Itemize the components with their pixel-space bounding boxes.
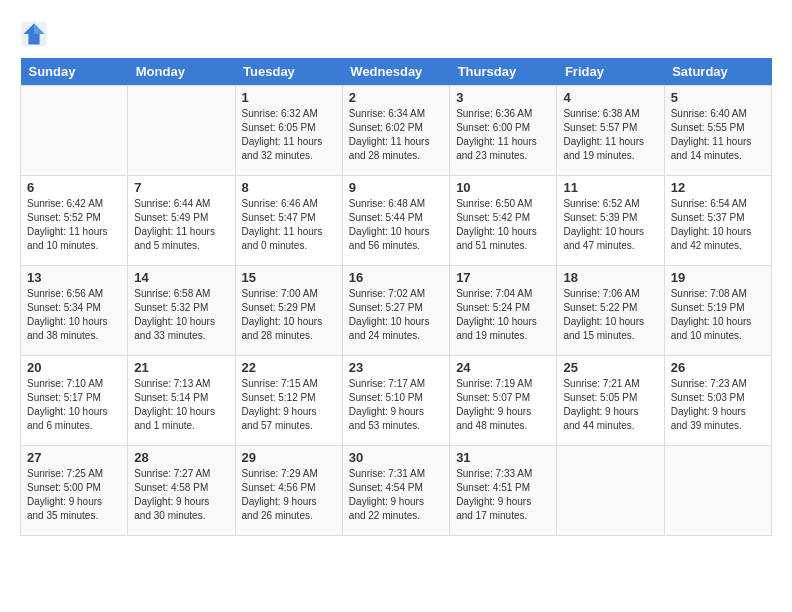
calendar-cell: 29 Sunrise: 7:29 AMSunset: 4:56 PMDaylig… — [235, 446, 342, 536]
day-number: 1 — [242, 90, 336, 105]
calendar-cell: 14 Sunrise: 6:58 AMSunset: 5:32 PMDaylig… — [128, 266, 235, 356]
calendar-header: SundayMondayTuesdayWednesdayThursdayFrid… — [21, 58, 772, 86]
day-info: Sunrise: 7:25 AMSunset: 5:00 PMDaylight:… — [27, 467, 121, 523]
calendar-table: SundayMondayTuesdayWednesdayThursdayFrid… — [20, 58, 772, 536]
day-number: 27 — [27, 450, 121, 465]
calendar-cell: 13 Sunrise: 6:56 AMSunset: 5:34 PMDaylig… — [21, 266, 128, 356]
day-number: 14 — [134, 270, 228, 285]
calendar-cell: 18 Sunrise: 7:06 AMSunset: 5:22 PMDaylig… — [557, 266, 664, 356]
weekday-header: Monday — [128, 58, 235, 86]
day-number: 19 — [671, 270, 765, 285]
calendar-cell: 16 Sunrise: 7:02 AMSunset: 5:27 PMDaylig… — [342, 266, 449, 356]
calendar-cell: 5 Sunrise: 6:40 AMSunset: 5:55 PMDayligh… — [664, 86, 771, 176]
calendar-cell — [128, 86, 235, 176]
day-number: 2 — [349, 90, 443, 105]
day-number: 17 — [456, 270, 550, 285]
calendar-week-row: 13 Sunrise: 6:56 AMSunset: 5:34 PMDaylig… — [21, 266, 772, 356]
day-number: 23 — [349, 360, 443, 375]
day-number: 6 — [27, 180, 121, 195]
day-number: 9 — [349, 180, 443, 195]
calendar-week-row: 6 Sunrise: 6:42 AMSunset: 5:52 PMDayligh… — [21, 176, 772, 266]
day-info: Sunrise: 7:33 AMSunset: 4:51 PMDaylight:… — [456, 467, 550, 523]
day-info: Sunrise: 7:08 AMSunset: 5:19 PMDaylight:… — [671, 287, 765, 343]
day-info: Sunrise: 7:02 AMSunset: 5:27 PMDaylight:… — [349, 287, 443, 343]
calendar-cell: 19 Sunrise: 7:08 AMSunset: 5:19 PMDaylig… — [664, 266, 771, 356]
day-info: Sunrise: 7:13 AMSunset: 5:14 PMDaylight:… — [134, 377, 228, 433]
calendar-cell: 3 Sunrise: 6:36 AMSunset: 6:00 PMDayligh… — [450, 86, 557, 176]
calendar-cell: 26 Sunrise: 7:23 AMSunset: 5:03 PMDaylig… — [664, 356, 771, 446]
calendar-cell: 25 Sunrise: 7:21 AMSunset: 5:05 PMDaylig… — [557, 356, 664, 446]
day-number: 30 — [349, 450, 443, 465]
day-number: 12 — [671, 180, 765, 195]
day-number: 26 — [671, 360, 765, 375]
day-number: 5 — [671, 90, 765, 105]
day-info: Sunrise: 7:10 AMSunset: 5:17 PMDaylight:… — [27, 377, 121, 433]
day-info: Sunrise: 6:42 AMSunset: 5:52 PMDaylight:… — [27, 197, 121, 253]
calendar-cell: 2 Sunrise: 6:34 AMSunset: 6:02 PMDayligh… — [342, 86, 449, 176]
day-number: 8 — [242, 180, 336, 195]
calendar-week-row: 1 Sunrise: 6:32 AMSunset: 6:05 PMDayligh… — [21, 86, 772, 176]
calendar-cell: 10 Sunrise: 6:50 AMSunset: 5:42 PMDaylig… — [450, 176, 557, 266]
day-number: 4 — [563, 90, 657, 105]
weekday-header: Friday — [557, 58, 664, 86]
day-info: Sunrise: 6:44 AMSunset: 5:49 PMDaylight:… — [134, 197, 228, 253]
calendar-week-row: 27 Sunrise: 7:25 AMSunset: 5:00 PMDaylig… — [21, 446, 772, 536]
day-info: Sunrise: 7:29 AMSunset: 4:56 PMDaylight:… — [242, 467, 336, 523]
weekday-header: Tuesday — [235, 58, 342, 86]
day-info: Sunrise: 6:32 AMSunset: 6:05 PMDaylight:… — [242, 107, 336, 163]
day-info: Sunrise: 6:38 AMSunset: 5:57 PMDaylight:… — [563, 107, 657, 163]
logo — [20, 20, 52, 48]
day-number: 31 — [456, 450, 550, 465]
day-info: Sunrise: 6:48 AMSunset: 5:44 PMDaylight:… — [349, 197, 443, 253]
day-info: Sunrise: 7:27 AMSunset: 4:58 PMDaylight:… — [134, 467, 228, 523]
calendar-cell — [21, 86, 128, 176]
calendar-cell: 15 Sunrise: 7:00 AMSunset: 5:29 PMDaylig… — [235, 266, 342, 356]
day-info: Sunrise: 7:00 AMSunset: 5:29 PMDaylight:… — [242, 287, 336, 343]
day-info: Sunrise: 6:40 AMSunset: 5:55 PMDaylight:… — [671, 107, 765, 163]
calendar-cell: 6 Sunrise: 6:42 AMSunset: 5:52 PMDayligh… — [21, 176, 128, 266]
day-number: 24 — [456, 360, 550, 375]
calendar-cell: 23 Sunrise: 7:17 AMSunset: 5:10 PMDaylig… — [342, 356, 449, 446]
day-number: 11 — [563, 180, 657, 195]
day-info: Sunrise: 6:46 AMSunset: 5:47 PMDaylight:… — [242, 197, 336, 253]
weekday-header: Thursday — [450, 58, 557, 86]
day-info: Sunrise: 7:31 AMSunset: 4:54 PMDaylight:… — [349, 467, 443, 523]
calendar-cell: 4 Sunrise: 6:38 AMSunset: 5:57 PMDayligh… — [557, 86, 664, 176]
day-number: 13 — [27, 270, 121, 285]
calendar-cell: 11 Sunrise: 6:52 AMSunset: 5:39 PMDaylig… — [557, 176, 664, 266]
calendar-cell: 12 Sunrise: 6:54 AMSunset: 5:37 PMDaylig… — [664, 176, 771, 266]
calendar-cell: 21 Sunrise: 7:13 AMSunset: 5:14 PMDaylig… — [128, 356, 235, 446]
calendar-cell: 8 Sunrise: 6:46 AMSunset: 5:47 PMDayligh… — [235, 176, 342, 266]
calendar-cell: 24 Sunrise: 7:19 AMSunset: 5:07 PMDaylig… — [450, 356, 557, 446]
calendar-cell: 22 Sunrise: 7:15 AMSunset: 5:12 PMDaylig… — [235, 356, 342, 446]
day-info: Sunrise: 6:54 AMSunset: 5:37 PMDaylight:… — [671, 197, 765, 253]
day-info: Sunrise: 6:58 AMSunset: 5:32 PMDaylight:… — [134, 287, 228, 343]
weekday-header: Wednesday — [342, 58, 449, 86]
day-info: Sunrise: 7:06 AMSunset: 5:22 PMDaylight:… — [563, 287, 657, 343]
day-info: Sunrise: 6:56 AMSunset: 5:34 PMDaylight:… — [27, 287, 121, 343]
logo-icon — [20, 20, 48, 48]
day-info: Sunrise: 6:52 AMSunset: 5:39 PMDaylight:… — [563, 197, 657, 253]
day-info: Sunrise: 6:34 AMSunset: 6:02 PMDaylight:… — [349, 107, 443, 163]
day-info: Sunrise: 7:23 AMSunset: 5:03 PMDaylight:… — [671, 377, 765, 433]
day-number: 29 — [242, 450, 336, 465]
day-info: Sunrise: 7:21 AMSunset: 5:05 PMDaylight:… — [563, 377, 657, 433]
day-info: Sunrise: 7:04 AMSunset: 5:24 PMDaylight:… — [456, 287, 550, 343]
day-info: Sunrise: 7:17 AMSunset: 5:10 PMDaylight:… — [349, 377, 443, 433]
day-info: Sunrise: 6:36 AMSunset: 6:00 PMDaylight:… — [456, 107, 550, 163]
calendar-cell: 1 Sunrise: 6:32 AMSunset: 6:05 PMDayligh… — [235, 86, 342, 176]
day-number: 16 — [349, 270, 443, 285]
calendar-cell: 30 Sunrise: 7:31 AMSunset: 4:54 PMDaylig… — [342, 446, 449, 536]
calendar-week-row: 20 Sunrise: 7:10 AMSunset: 5:17 PMDaylig… — [21, 356, 772, 446]
day-number: 10 — [456, 180, 550, 195]
header — [20, 20, 772, 48]
day-number: 15 — [242, 270, 336, 285]
calendar-cell — [557, 446, 664, 536]
calendar-cell: 20 Sunrise: 7:10 AMSunset: 5:17 PMDaylig… — [21, 356, 128, 446]
calendar-cell: 7 Sunrise: 6:44 AMSunset: 5:49 PMDayligh… — [128, 176, 235, 266]
calendar-cell — [664, 446, 771, 536]
day-number: 20 — [27, 360, 121, 375]
day-number: 28 — [134, 450, 228, 465]
day-info: Sunrise: 7:15 AMSunset: 5:12 PMDaylight:… — [242, 377, 336, 433]
weekday-header: Sunday — [21, 58, 128, 86]
